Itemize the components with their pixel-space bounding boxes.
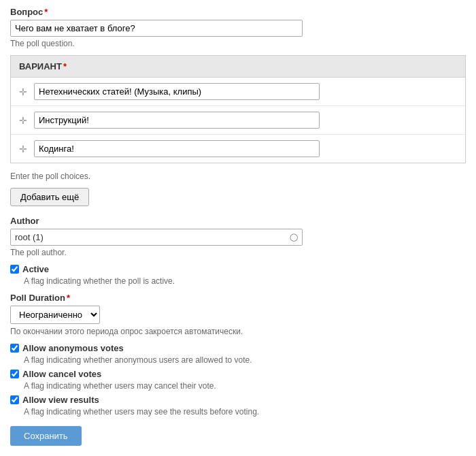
question-field: Вопрос* The poll question.: [10, 7, 466, 48]
cancel-checkbox[interactable]: [10, 370, 19, 378]
drag-handle-icon[interactable]: ✛: [19, 115, 27, 126]
variant-row: ✛: [11, 78, 465, 106]
author-value: root (1): [15, 232, 44, 242]
anon-section: Allow anonymous votes A flag indicating …: [10, 343, 466, 365]
variant-row: ✛: [11, 135, 465, 163]
duration-hint: По окончании этого периода опрос закроет…: [10, 327, 466, 336]
duration-label-text: Poll Duration: [10, 293, 65, 303]
drag-handle-icon[interactable]: ✛: [19, 144, 27, 154]
question-hint: The poll question.: [10, 39, 466, 48]
anon-hint: A flag indicating whether anonymous user…: [24, 355, 466, 365]
author-field: Author root (1) ◯ The poll author.: [10, 216, 466, 257]
duration-select[interactable]: Неограниченно1 день3 дня7 дней14 дней30 …: [10, 306, 100, 324]
author-label: Author: [10, 216, 466, 226]
duration-label: Poll Duration*: [10, 293, 466, 303]
active-hint: A flag indicating whether the poll is ac…: [24, 276, 466, 286]
active-label[interactable]: Active: [22, 264, 49, 274]
save-section: Сохранить: [10, 421, 466, 446]
variant-label-text: ВАРИАНТ: [19, 61, 62, 71]
author-arrow-icon: ◯: [290, 233, 298, 242]
variant-row: ✛: [11, 106, 465, 135]
add-choice-button[interactable]: Добавить ещё: [10, 188, 89, 206]
active-section: Active A flag indicating whether the pol…: [10, 264, 466, 286]
variant-section: ВАРИАНТ* ✛✛✛: [10, 55, 466, 163]
anon-label[interactable]: Allow anonymous votes: [22, 343, 124, 353]
question-label: Вопрос*: [10, 7, 466, 17]
variant-input-2[interactable]: [34, 112, 320, 129]
author-select[interactable]: root (1) ◯: [10, 229, 303, 246]
duration-required: *: [67, 293, 70, 303]
active-row: Active: [10, 264, 466, 274]
view-checkbox[interactable]: [10, 395, 19, 404]
cancel-row: Allow cancel votes: [10, 369, 466, 379]
cancel-label[interactable]: Allow cancel votes: [22, 369, 101, 379]
save-button[interactable]: Сохранить: [10, 426, 82, 446]
variant-required: *: [63, 61, 67, 71]
variant-input-3[interactable]: [34, 140, 320, 157]
variant-rows: ✛✛✛: [11, 78, 465, 163]
duration-section: Poll Duration* Неограниченно1 день3 дня7…: [10, 293, 466, 336]
anon-row: Allow anonymous votes: [10, 343, 466, 353]
drag-handle-icon[interactable]: ✛: [19, 86, 27, 97]
anon-checkbox[interactable]: [10, 344, 19, 353]
active-checkbox[interactable]: [10, 265, 19, 274]
question-label-text: Вопрос: [10, 7, 43, 17]
question-required: *: [44, 7, 48, 17]
view-hint: A flag indicating whether users may see …: [24, 407, 466, 417]
variant-input-1[interactable]: [34, 83, 320, 100]
view-label[interactable]: Allow view results: [22, 395, 99, 405]
variant-hint: Enter the poll choices.: [10, 172, 466, 181]
author-hint: The poll author.: [10, 248, 466, 257]
question-input[interactable]: [10, 20, 303, 37]
variant-header: ВАРИАНТ*: [11, 56, 465, 78]
cancel-hint: A flag indicating whether users may canc…: [24, 381, 466, 391]
view-section: Allow view results A flag indicating whe…: [10, 395, 466, 417]
view-row: Allow view results: [10, 395, 466, 405]
cancel-section: Allow cancel votes A flag indicating whe…: [10, 369, 466, 391]
